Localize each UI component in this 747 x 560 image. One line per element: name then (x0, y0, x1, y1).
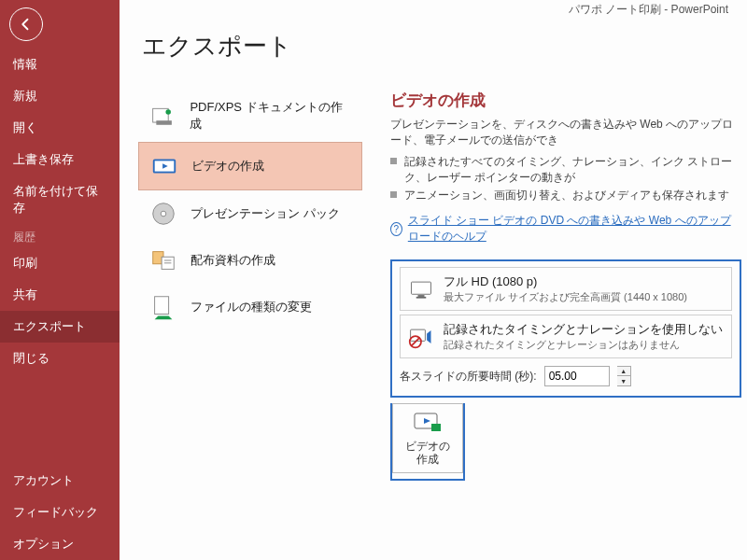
duration-label: 各スライドの所要時間 (秒): (400, 369, 537, 385)
window-title: パワポ ノート印刷 - PowerPoint (569, 2, 728, 18)
export-option-label: ビデオの作成 (191, 158, 264, 175)
back-arrow-icon (18, 16, 35, 33)
main-pane: パワポ ノート印刷 - PowerPoint エクスポート PDF/XPS ドキ… (120, 0, 747, 560)
svg-rect-19 (431, 424, 441, 431)
backstage-sidebar: 情報 新規 開く 上書き保存 名前を付けて保存 履歴 印刷 共有 エクスポート … (0, 0, 120, 560)
export-option-label: 配布資料の作成 (190, 252, 275, 269)
sidebar-section-history: 履歴 (0, 224, 120, 247)
export-option-video[interactable]: ビデオの作成 (138, 142, 362, 190)
export-option-filetype[interactable]: ファイルの種類の変更 (138, 284, 362, 330)
svg-rect-12 (412, 282, 431, 294)
sidebar-item-print[interactable]: 印刷 (0, 247, 120, 279)
create-video-label: ビデオの 作成 (405, 440, 450, 467)
sidebar-item-feedback[interactable]: フィードバック (0, 497, 120, 528)
export-option-handouts[interactable]: 配布資料の作成 (138, 237, 362, 284)
export-option-list: PDF/XPS ドキュメントの作成 ビデオの作成 プレゼンテーション パック 配… (138, 90, 362, 330)
export-option-label: PDF/XPS ドキュメントの作成 (190, 99, 351, 133)
create-video-button[interactable]: ビデオの 作成 (392, 403, 463, 473)
disc-icon (149, 200, 177, 228)
sidebar-item-info[interactable]: 情報 (0, 49, 120, 80)
duration-input[interactable] (544, 366, 610, 386)
timing-secondary: 記録されたタイミングとナレーションはありません (444, 338, 723, 352)
detail-bullet: アニメーション、画面切り替え、およびメディアも保存されます (390, 188, 741, 203)
svg-rect-13 (418, 295, 425, 297)
slide-duration-row: 各スライドの所要時間 (秒): ▲ ▼ (400, 366, 732, 386)
monitor-icon (408, 276, 434, 302)
bullet-text: アニメーション、画面切り替え、およびメディアも保存されます (404, 188, 729, 203)
svg-rect-14 (416, 296, 427, 298)
pdf-icon (149, 102, 176, 130)
sidebar-item-new[interactable]: 新規 (0, 80, 120, 112)
timing-primary: 記録されたタイミングとナレーションを使用しない (444, 321, 723, 338)
export-option-package[interactable]: プレゼンテーション パック (138, 190, 362, 237)
quality-primary: フル HD (1080 p) (444, 273, 687, 290)
export-option-label: プレゼンテーション パック (190, 205, 340, 222)
quality-secondary: 最大ファイル サイズおよび完全高画質 (1440 x 1080) (444, 290, 687, 304)
help-link-row: ? スライド ショー ビデオの DVD への書き込みや Web へのアップロード… (390, 213, 741, 245)
sidebar-item-open[interactable]: 開く (0, 112, 120, 144)
video-settings-box: フル HD (1080 p) 最大ファイル サイズおよび完全高画質 (1440 … (390, 259, 741, 398)
bullet-icon (390, 158, 397, 164)
create-video-icon (413, 410, 443, 436)
svg-point-2 (165, 110, 171, 116)
handout-icon (149, 246, 177, 274)
back-button[interactable] (9, 7, 43, 41)
no-narration-icon (408, 324, 434, 350)
sidebar-item-account[interactable]: アカウント (0, 465, 120, 497)
help-link[interactable]: スライド ショー ビデオの DVD への書き込みや Web へのアップロードのヘ… (408, 213, 741, 245)
sidebar-item-save[interactable]: 上書き保存 (0, 144, 120, 175)
svg-rect-1 (156, 121, 172, 126)
sidebar-item-options[interactable]: オプション (0, 528, 120, 560)
sidebar-item-close[interactable]: 閉じる (0, 343, 120, 374)
filetype-icon (149, 293, 177, 321)
help-icon: ? (390, 222, 402, 236)
svg-rect-0 (153, 109, 169, 123)
bullet-icon (390, 191, 397, 198)
sidebar-item-saveas[interactable]: 名前を付けて保存 (0, 175, 120, 224)
svg-point-6 (161, 211, 166, 217)
video-icon (150, 152, 178, 180)
export-option-label: ファイルの種類の変更 (190, 299, 312, 315)
detail-pane: ビデオの作成 プレゼンテーションを、ディスクへの書き込みや Web へのアップロ… (390, 90, 741, 481)
quality-combo[interactable]: フル HD (1080 p) 最大ファイル サイズおよび完全高画質 (1440 … (400, 267, 732, 311)
detail-heading: ビデオの作成 (390, 90, 741, 111)
detail-subtitle: プレゼンテーションを、ディスクへの書き込みや Web へのアップロード、電子メー… (390, 117, 741, 148)
timing-combo[interactable]: 記録されたタイミングとナレーションを使用しない 記録されたタイミングとナレーショ… (400, 315, 732, 358)
svg-rect-11 (155, 297, 169, 315)
spinner-up-icon[interactable]: ▲ (617, 367, 630, 376)
bullet-text: 記録されたすべてのタイミング、ナレーション、インク ストローク、レーザー ポイン… (404, 154, 741, 186)
duration-spinner[interactable]: ▲ ▼ (617, 366, 631, 386)
detail-bullet: 記録されたすべてのタイミング、ナレーション、インク ストローク、レーザー ポイン… (390, 154, 741, 186)
sidebar-item-export[interactable]: エクスポート (0, 311, 120, 343)
spinner-down-icon[interactable]: ▼ (617, 376, 630, 385)
export-option-pdf[interactable]: PDF/XPS ドキュメントの作成 (138, 90, 362, 142)
sidebar-item-share[interactable]: 共有 (0, 279, 120, 311)
